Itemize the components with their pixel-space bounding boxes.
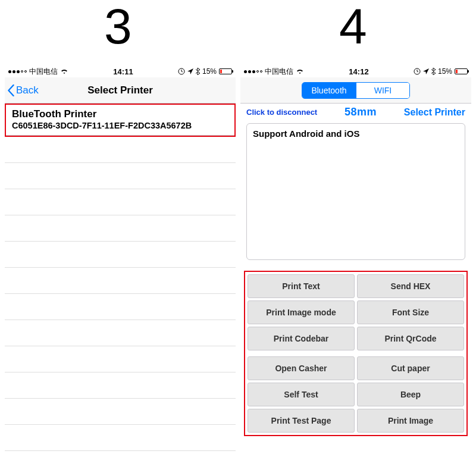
location-icon: [187, 68, 193, 74]
status-bar: 中国电信 14:12: [240, 65, 471, 77]
segment-bluetooth[interactable]: Bluetooth: [302, 83, 356, 98]
page-title: Select Printer: [5, 84, 236, 96]
empty-row: [5, 268, 236, 294]
phone-screen-3: 中国电信 14:11: [5, 65, 236, 470]
beep-button[interactable]: Beep: [357, 383, 464, 406]
empty-row: [5, 425, 236, 451]
text-input-card[interactable]: Support Android and iOS: [246, 123, 465, 260]
location-icon: [423, 68, 429, 74]
nav-bar: Back Select Printer: [5, 77, 236, 104]
empty-row: [5, 399, 236, 425]
empty-row: [5, 372, 236, 399]
select-printer-link[interactable]: Select Printer: [404, 107, 465, 118]
empty-row: [5, 294, 236, 320]
send-hex-button[interactable]: Send HEX: [357, 274, 464, 298]
print-image-mode-button[interactable]: Print Image mode: [248, 300, 355, 324]
status-bar: 中国电信 14:11: [5, 65, 236, 77]
orientation-lock-icon: [414, 68, 421, 75]
printer-name: BlueTooth Printer: [12, 108, 228, 120]
status-time: 14:12: [349, 67, 368, 76]
cut-paper-button[interactable]: Cut paper: [357, 356, 464, 380]
font-size-button[interactable]: Font Size: [357, 300, 464, 324]
print-qrcode-button[interactable]: Print QrCode: [357, 327, 464, 350]
carrier-label: 中国电信: [265, 67, 293, 77]
connection-segmented-control: Bluetooth WIFI: [302, 82, 410, 99]
paper-size-button[interactable]: 58mm: [345, 106, 377, 118]
highlight-box: Print Text Send HEX Print Image mode Fon…: [244, 271, 468, 436]
print-test-page-button[interactable]: Print Test Page: [248, 409, 355, 433]
connection-type-toolbar: Bluetooth WIFI: [240, 77, 471, 104]
open-casher-button[interactable]: Open Casher: [248, 356, 355, 380]
wifi-icon: [60, 68, 68, 74]
text-input-content: Support Android and iOS: [253, 129, 459, 139]
empty-row: [5, 163, 236, 189]
phone-screen-4: 中国电信 14:12: [240, 65, 471, 470]
self-test-button[interactable]: Self Test: [248, 383, 355, 406]
disconnect-link[interactable]: Click to disconnect: [246, 108, 317, 117]
status-time: 14:11: [113, 67, 133, 76]
bluetooth-icon: [431, 68, 436, 75]
empty-row: [5, 137, 236, 163]
wifi-icon: [296, 68, 304, 74]
bluetooth-icon: [196, 68, 200, 75]
battery-percent: 15%: [438, 67, 452, 76]
print-image-button[interactable]: Print Image: [357, 409, 464, 433]
step-number-3: 3: [104, 0, 132, 55]
empty-row: [5, 189, 236, 215]
battery-icon: [455, 68, 468, 74]
signal-dots-icon: [8, 70, 27, 73]
empty-row: [5, 320, 236, 346]
connection-row: Click to disconnect 58mm Select Printer: [240, 104, 471, 120]
orientation-lock-icon: [178, 68, 185, 75]
printer-uuid: C6051E86-3DCD-7F11-11EF-F2DC33A5672B: [12, 120, 228, 131]
printer-list-item[interactable]: BlueTooth Printer C6051E86-3DCD-7F11-11E…: [6, 105, 234, 136]
print-codebar-button[interactable]: Print Codebar: [248, 327, 355, 350]
carrier-label: 中国电信: [29, 67, 58, 77]
battery-percent: 15%: [202, 67, 217, 76]
battery-icon: [219, 68, 232, 74]
segment-wifi[interactable]: WIFI: [356, 83, 409, 98]
empty-row: [5, 215, 236, 242]
empty-row: [5, 346, 236, 372]
print-text-button[interactable]: Print Text: [248, 274, 355, 298]
highlight-box: BlueTooth Printer C6051E86-3DCD-7F11-11E…: [5, 104, 236, 137]
empty-row: [5, 242, 236, 268]
signal-dots-icon: [244, 70, 262, 73]
step-number-4: 4: [339, 0, 367, 55]
